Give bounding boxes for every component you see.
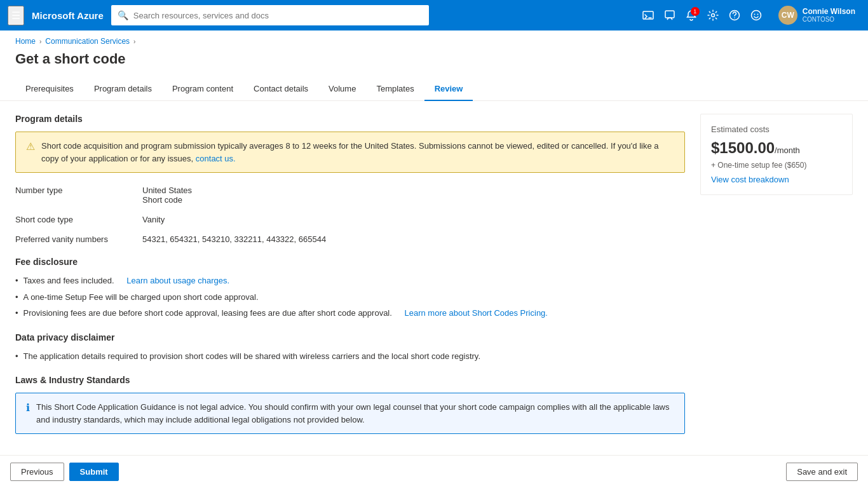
- details-grid: Number type United States Short code Sho…: [15, 186, 685, 244]
- tab-contact-details[interactable]: Contact details: [243, 78, 318, 101]
- content-left: Program details ⚠ Short code acquisition…: [15, 114, 685, 442]
- search-input[interactable]: [133, 11, 423, 20]
- breadcrumb-sep-2: ›: [133, 38, 135, 45]
- tab-review[interactable]: Review: [424, 78, 473, 101]
- preferred-vanity-label: Preferred vanity numbers: [15, 234, 142, 244]
- data-privacy-bullet: The application details required to prov…: [15, 350, 685, 363]
- submit-button[interactable]: Submit: [69, 463, 119, 481]
- main-content: Program details ⚠ Short code acquisition…: [0, 101, 868, 455]
- short-code-type-value: Vanity: [142, 215, 685, 224]
- cost-amount-row: $1500.00/month: [711, 139, 842, 157]
- topbar: ☰ Microsoft Azure 🔍 1 CW Connie Wilson C…: [0, 0, 868, 30]
- estimated-costs-card: Estimated costs $1500.00/month + One-tim…: [700, 114, 853, 195]
- laws-info-text: This Short Code Application Guidance is …: [36, 401, 674, 426]
- help-button[interactable]: [725, 6, 744, 25]
- warning-text: Short code acquisition and program submi…: [41, 140, 674, 165]
- preferred-vanity-value: 54321, 654321, 543210, 332211, 443322, 6…: [142, 234, 685, 244]
- bottom-toolbar: Previous Submit Save and exit: [0, 455, 868, 488]
- number-type-label: Number type: [15, 186, 142, 205]
- azure-logo: Microsoft Azure: [32, 10, 104, 21]
- estimated-costs-title: Estimated costs: [711, 125, 842, 134]
- tab-bar: Prerequisites Program details Program co…: [0, 78, 868, 101]
- avatar: CW: [778, 6, 797, 25]
- svg-rect-1: [665, 11, 674, 18]
- breadcrumb-service[interactable]: Communication Services: [45, 37, 130, 46]
- svg-point-2: [711, 14, 714, 17]
- content-right: Estimated costs $1500.00/month + One-tim…: [700, 114, 853, 442]
- cost-setup-fee: + One-time setup fee ($650): [711, 161, 842, 170]
- program-details-title: Program details: [15, 114, 685, 124]
- breadcrumb-home[interactable]: Home: [15, 37, 36, 46]
- user-org: CONTOSO: [803, 16, 855, 24]
- cost-period: /month: [775, 146, 800, 155]
- short-code-type-label: Short code type: [15, 215, 142, 224]
- data-privacy-section: Data privacy disclaimer The application …: [15, 332, 685, 363]
- cost-amount: $1500.00: [711, 139, 775, 156]
- svg-point-7: [757, 14, 758, 15]
- tab-templates[interactable]: Templates: [366, 78, 424, 101]
- view-cost-breakdown-link[interactable]: View cost breakdown: [711, 175, 789, 184]
- warning-alert: ⚠ Short code acquisition and program sub…: [15, 132, 685, 173]
- laws-section: Laws & Industry Standards ℹ This Short C…: [15, 375, 685, 434]
- cloud-shell-button[interactable]: [639, 6, 658, 25]
- data-privacy-list: The application details required to prov…: [15, 350, 685, 363]
- number-type-value: United States Short code: [142, 186, 685, 205]
- user-menu[interactable]: CW Connie Wilson CONTOSO: [773, 3, 860, 27]
- fee-bullet-list: Taxes and fees included. Learn about usa…: [15, 274, 685, 320]
- tab-prerequisites[interactable]: Prerequisites: [15, 78, 84, 101]
- settings-button[interactable]: [703, 6, 722, 25]
- svg-point-4: [734, 17, 735, 18]
- fee-disclosure-section: Fee disclosure Taxes and fees included. …: [15, 257, 685, 320]
- save-exit-button[interactable]: Save and exit: [786, 463, 858, 481]
- fee-bullet-3: Provisioning fees are due before short c…: [15, 307, 685, 320]
- user-name: Connie Wilson: [803, 7, 855, 16]
- search-bar[interactable]: 🔍: [111, 5, 429, 25]
- laws-info-box: ℹ This Short Code Application Guidance i…: [15, 393, 685, 434]
- feedback-button[interactable]: [660, 6, 679, 25]
- tab-volume[interactable]: Volume: [318, 78, 366, 101]
- topbar-icons: 1: [639, 6, 766, 25]
- contact-us-link[interactable]: contact us.: [196, 154, 236, 163]
- smiley-button[interactable]: [747, 6, 766, 25]
- toolbar-right: Save and exit: [786, 463, 858, 481]
- previous-button[interactable]: Previous: [10, 463, 64, 481]
- warning-icon: ⚠: [26, 140, 35, 165]
- laws-title: Laws & Industry Standards: [15, 375, 685, 385]
- notifications-button[interactable]: 1: [682, 6, 701, 25]
- svg-point-6: [754, 14, 755, 15]
- tab-program-content[interactable]: Program content: [162, 78, 243, 101]
- breadcrumb-sep-1: ›: [39, 38, 41, 45]
- fee-bullet-2: A one-time Setup Fee will be charged upo…: [15, 291, 685, 304]
- program-details-section: Program details ⚠ Short code acquisition…: [15, 114, 685, 244]
- hamburger-menu-button[interactable]: ☰: [8, 6, 24, 25]
- fee-disclosure-title: Fee disclosure: [15, 257, 685, 267]
- short-codes-pricing-link[interactable]: Learn more about Short Codes Pricing.: [405, 307, 548, 320]
- usage-charges-link[interactable]: Learn about usage charges.: [126, 274, 229, 287]
- fee-bullet-1: Taxes and fees included. Learn about usa…: [15, 274, 685, 287]
- svg-point-5: [751, 11, 761, 20]
- info-icon: ℹ: [26, 402, 30, 426]
- data-privacy-title: Data privacy disclaimer: [15, 332, 685, 342]
- breadcrumb: Home › Communication Services ›: [0, 30, 868, 48]
- page-title: Get a short code: [0, 48, 868, 78]
- notification-badge: 1: [691, 7, 700, 16]
- search-icon: 🔍: [118, 10, 128, 20]
- tab-program-details[interactable]: Program details: [84, 78, 162, 101]
